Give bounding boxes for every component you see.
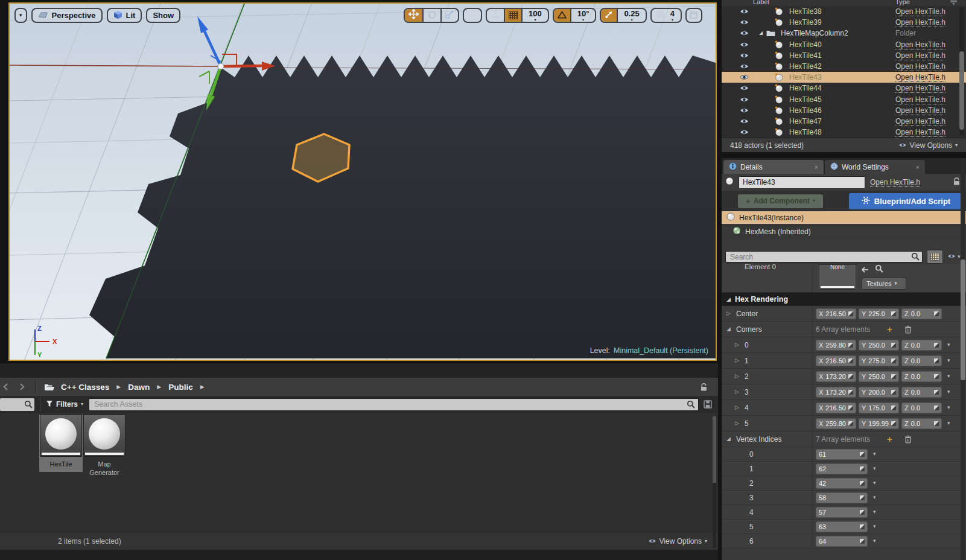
open-header-link[interactable]: Open HexTile.h [895, 117, 966, 126]
eye-icon[interactable] [740, 42, 751, 48]
content-browser-scrollbar[interactable] [713, 416, 716, 548]
corner-index-label[interactable]: ▷1 [722, 353, 813, 368]
center-x-field[interactable]: X216.506 [816, 308, 856, 319]
corner-2-x-field[interactable]: X173.20 [816, 371, 856, 382]
corner-index-label[interactable]: ▷5 [722, 416, 813, 431]
spinner-icon[interactable] [934, 343, 939, 348]
outliner-row[interactable]: HexTile42Open HexTile.h [722, 61, 966, 72]
breadcrumb-item[interactable]: Public [168, 383, 193, 392]
vertex-0-field[interactable]: 61 [816, 449, 868, 460]
asset-tile[interactable]: Map Generator [83, 415, 126, 481]
chevron-down-icon[interactable]: ▾ [873, 509, 876, 515]
corner-0-y-field[interactable]: Y250.0 [859, 340, 899, 351]
corner-index-label[interactable]: ▷0 [722, 337, 813, 352]
spinner-icon[interactable] [848, 343, 853, 348]
level-name-link[interactable]: Minimal_Default (Persistent) [614, 346, 708, 355]
center-label[interactable]: ▷Center [722, 306, 813, 321]
corner-index-label[interactable]: ▷3 [722, 384, 813, 399]
filters-button[interactable]: Filters ▾ [46, 400, 83, 409]
search-assets-input[interactable] [89, 398, 699, 411]
spinner-icon[interactable] [848, 390, 853, 395]
spinner-icon[interactable] [934, 421, 939, 426]
corner-4-y-field[interactable]: Y175.0 [859, 402, 899, 413]
spinner-icon[interactable] [848, 358, 853, 363]
eye-icon[interactable] [740, 85, 751, 91]
chevron-down-icon[interactable]: ▾ [873, 480, 876, 486]
open-header-link[interactable]: Open HexTile.h [895, 84, 966, 92]
spinner-icon[interactable] [848, 421, 853, 426]
chevron-down-icon[interactable]: ▾ [947, 374, 950, 379]
eye-icon[interactable] [740, 118, 751, 124]
rotation-snap-toggle[interactable] [554, 9, 570, 22]
outliner-view-options-button[interactable]: View Options ▾ [898, 141, 958, 150]
sources-search-box[interactable] [0, 398, 34, 411]
outliner-row[interactable]: HexTile44Open HexTile.h [722, 83, 966, 94]
outliner-row-folder[interactable]: ◢HexTileMapColumn2Folder [722, 28, 966, 39]
close-icon[interactable]: × [916, 164, 920, 171]
vertex-3-field[interactable]: 58 [816, 492, 868, 503]
spinner-icon[interactable] [891, 421, 896, 426]
chevron-down-icon[interactable]: ▾ [873, 466, 876, 471]
open-header-link[interactable]: Open HexTile.h [895, 73, 966, 81]
chevron-down-icon[interactable]: ▾ [947, 405, 950, 410]
spinner-icon[interactable] [860, 452, 865, 457]
add-element-icon[interactable]: + [887, 324, 892, 334]
maximize-viewport-button[interactable] [687, 9, 701, 22]
eye-icon[interactable] [740, 97, 751, 103]
outliner-row[interactable]: HexTile46Open HexTile.h [722, 105, 966, 116]
trash-icon[interactable] [904, 325, 912, 334]
corner-5-z-field[interactable]: Z0.0 [901, 418, 942, 429]
outliner-row[interactable]: HexTile47Open HexTile.h [722, 116, 966, 127]
breadcrumb-item[interactable]: Dawn [128, 383, 150, 392]
rotation-snap-value-button[interactable]: 10°▾ [570, 9, 596, 22]
vertex-2-field[interactable]: 42 [816, 478, 868, 489]
lock-icon[interactable] [701, 383, 707, 393]
asset-thumbnail[interactable] [83, 415, 126, 457]
trash-icon[interactable] [904, 435, 912, 444]
expand-arrow-icon[interactable]: ▷ [735, 342, 741, 348]
back-icon[interactable] [2, 383, 11, 390]
eye-icon[interactable] [740, 30, 751, 36]
scale-snap-value-button[interactable]: 0.25▾ [617, 9, 645, 22]
property-visibility-button[interactable]: ▾ [947, 253, 961, 260]
outliner-row[interactable]: HexTile39Open HexTile.h [722, 17, 966, 28]
component-row-instance[interactable]: HexTile43(Instance) [722, 211, 966, 224]
outliner-row[interactable]: HexTile40Open HexTile.h [722, 39, 966, 50]
chevron-down-icon[interactable]: ▾ [947, 421, 950, 426]
lit-mode-button[interactable]: Lit [107, 8, 142, 23]
spinner-icon[interactable] [891, 358, 896, 363]
spinner-icon[interactable] [891, 406, 896, 410]
spinner-icon[interactable] [891, 390, 896, 395]
spinner-icon[interactable] [891, 311, 896, 316]
corner-4-x-field[interactable]: X216.50 [816, 402, 856, 413]
rotate-tool-button[interactable] [422, 9, 440, 22]
spinner-icon[interactable] [860, 495, 865, 500]
vertex-5-field[interactable]: 63 [816, 521, 868, 532]
corner-3-z-field[interactable]: Z0.0 [901, 387, 942, 398]
hex-rendering-section-header[interactable]: ◢ Hex Rendering [722, 293, 966, 306]
spinner-icon[interactable] [934, 311, 939, 316]
chevron-down-icon[interactable]: ▾ [947, 342, 950, 348]
spinner-icon[interactable] [860, 481, 865, 486]
eye-icon[interactable] [740, 107, 751, 113]
open-header-link[interactable]: Open HexTile.h [895, 40, 966, 49]
blueprint-add-script-button[interactable]: Blueprint/Add Script [849, 193, 963, 209]
corner-5-y-field[interactable]: Y199.99 [859, 418, 899, 429]
corner-0-z-field[interactable]: Z0.0 [901, 340, 942, 351]
outliner-row[interactable]: HexTile45Open HexTile.h [722, 94, 966, 105]
details-scrollbar[interactable] [961, 158, 965, 560]
browse-icon[interactable] [875, 264, 883, 275]
corner-1-x-field[interactable]: X216.50 [816, 355, 856, 366]
open-header-link[interactable]: Open HexTile.h [895, 51, 966, 60]
corner-1-z-field[interactable]: Z0.0 [901, 355, 942, 366]
eye-icon[interactable] [740, 52, 751, 59]
outliner-row[interactable]: HexTile48Open HexTile.h [722, 127, 966, 138]
corner-0-x-field[interactable]: X259.80 [816, 340, 856, 351]
gizmo-origin-sphere[interactable] [218, 63, 224, 69]
chevron-down-icon[interactable]: ▾ [873, 524, 876, 529]
save-search-icon[interactable] [704, 400, 712, 409]
vertex-1-field[interactable]: 62 [816, 463, 868, 474]
grid-snap-toggle[interactable] [504, 9, 521, 22]
eye-icon[interactable] [740, 63, 751, 69]
scale-snap-toggle[interactable] [601, 9, 617, 22]
